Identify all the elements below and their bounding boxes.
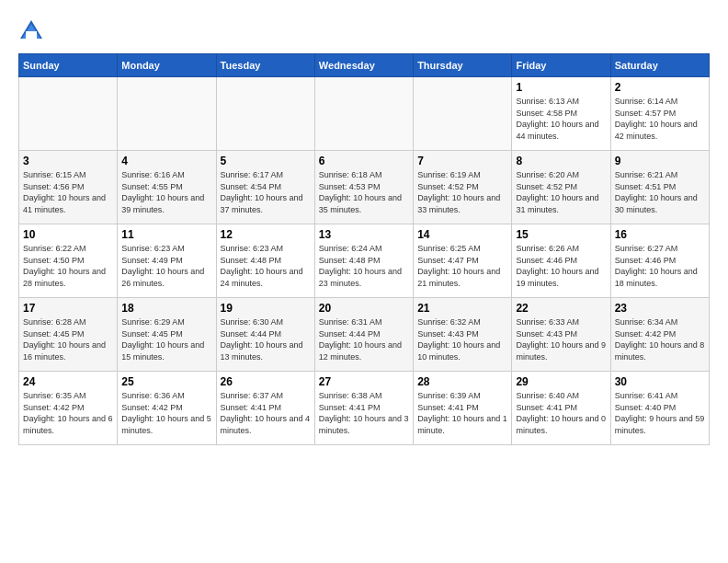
day-number: 12 xyxy=(221,228,311,241)
calendar-cell: 6Sunrise: 6:18 AM Sunset: 4:53 PM Daylig… xyxy=(314,151,413,224)
calendar-cell: 1Sunrise: 6:13 AM Sunset: 4:58 PM Daylig… xyxy=(512,77,610,151)
day-number: 9 xyxy=(615,155,705,167)
day-info: Sunrise: 6:23 AM Sunset: 4:48 PM Dayligh… xyxy=(221,243,311,289)
day-number: 24 xyxy=(23,375,113,388)
weekday-header-sunday: Sunday xyxy=(19,54,118,77)
day-info: Sunrise: 6:28 AM Sunset: 4:45 PM Dayligh… xyxy=(23,316,113,362)
day-number: 5 xyxy=(221,155,311,167)
day-number: 21 xyxy=(417,302,507,315)
day-number: 19 xyxy=(221,302,311,315)
day-info: Sunrise: 6:23 AM Sunset: 4:49 PM Dayligh… xyxy=(121,243,211,289)
day-number: 25 xyxy=(121,375,211,388)
day-info: Sunrise: 6:27 AM Sunset: 4:46 PM Dayligh… xyxy=(615,243,705,289)
calendar-cell: 2Sunrise: 6:14 AM Sunset: 4:57 PM Daylig… xyxy=(610,77,709,151)
day-number: 13 xyxy=(319,228,409,241)
day-number: 10 xyxy=(23,228,113,241)
day-number: 17 xyxy=(23,302,113,315)
svg-rect-2 xyxy=(26,31,37,39)
calendar-cell: 8Sunrise: 6:20 AM Sunset: 4:52 PM Daylig… xyxy=(512,151,610,224)
week-row-1: 1Sunrise: 6:13 AM Sunset: 4:58 PM Daylig… xyxy=(19,77,710,151)
calendar-cell: 21Sunrise: 6:32 AM Sunset: 4:43 PM Dayli… xyxy=(414,298,512,372)
day-info: Sunrise: 6:26 AM Sunset: 4:46 PM Dayligh… xyxy=(516,243,606,289)
day-info: Sunrise: 6:18 AM Sunset: 4:53 PM Dayligh… xyxy=(319,169,409,215)
calendar-cell: 19Sunrise: 6:30 AM Sunset: 4:44 PM Dayli… xyxy=(216,298,314,372)
day-info: Sunrise: 6:39 AM Sunset: 4:41 PM Dayligh… xyxy=(417,390,507,436)
day-info: Sunrise: 6:40 AM Sunset: 4:41 PM Dayligh… xyxy=(516,390,606,436)
calendar-cell: 15Sunrise: 6:26 AM Sunset: 4:46 PM Dayli… xyxy=(512,224,610,298)
week-row-2: 3Sunrise: 6:15 AM Sunset: 4:56 PM Daylig… xyxy=(19,151,710,224)
week-row-3: 10Sunrise: 6:22 AM Sunset: 4:50 PM Dayli… xyxy=(19,224,710,298)
calendar-cell: 27Sunrise: 6:38 AM Sunset: 4:41 PM Dayli… xyxy=(314,372,413,445)
day-number: 20 xyxy=(319,302,409,315)
calendar-cell: 30Sunrise: 6:41 AM Sunset: 4:40 PM Dayli… xyxy=(610,372,709,445)
calendar-cell: 12Sunrise: 6:23 AM Sunset: 4:48 PM Dayli… xyxy=(216,224,314,298)
calendar-cell: 22Sunrise: 6:33 AM Sunset: 4:43 PM Dayli… xyxy=(512,298,610,372)
day-number: 7 xyxy=(417,155,507,167)
calendar-cell xyxy=(19,77,118,151)
day-info: Sunrise: 6:19 AM Sunset: 4:52 PM Dayligh… xyxy=(417,169,507,215)
calendar-table: SundayMondayTuesdayWednesdayThursdayFrid… xyxy=(18,53,710,445)
calendar-cell: 10Sunrise: 6:22 AM Sunset: 4:50 PM Dayli… xyxy=(19,224,118,298)
calendar-cell xyxy=(216,77,314,151)
day-info: Sunrise: 6:29 AM Sunset: 4:45 PM Dayligh… xyxy=(121,316,211,362)
day-info: Sunrise: 6:31 AM Sunset: 4:44 PM Dayligh… xyxy=(319,316,409,362)
day-info: Sunrise: 6:37 AM Sunset: 4:41 PM Dayligh… xyxy=(221,390,311,436)
calendar-cell: 25Sunrise: 6:36 AM Sunset: 4:42 PM Dayli… xyxy=(118,372,216,445)
calendar-cell: 16Sunrise: 6:27 AM Sunset: 4:46 PM Dayli… xyxy=(610,224,709,298)
day-number: 11 xyxy=(121,228,211,241)
weekday-header-monday: Monday xyxy=(118,54,216,77)
calendar-cell: 9Sunrise: 6:21 AM Sunset: 4:51 PM Daylig… xyxy=(610,151,709,224)
calendar-cell: 7Sunrise: 6:19 AM Sunset: 4:52 PM Daylig… xyxy=(414,151,512,224)
day-info: Sunrise: 6:21 AM Sunset: 4:51 PM Dayligh… xyxy=(615,169,705,215)
calendar-cell: 17Sunrise: 6:28 AM Sunset: 4:45 PM Dayli… xyxy=(19,298,118,372)
calendar-cell: 24Sunrise: 6:35 AM Sunset: 4:42 PM Dayli… xyxy=(19,372,118,445)
day-info: Sunrise: 6:38 AM Sunset: 4:41 PM Dayligh… xyxy=(319,390,409,436)
day-number: 3 xyxy=(23,155,113,167)
weekday-header-wednesday: Wednesday xyxy=(314,54,413,77)
day-info: Sunrise: 6:35 AM Sunset: 4:42 PM Dayligh… xyxy=(23,390,113,436)
day-info: Sunrise: 6:13 AM Sunset: 4:58 PM Dayligh… xyxy=(516,96,606,142)
calendar-cell: 11Sunrise: 6:23 AM Sunset: 4:49 PM Dayli… xyxy=(118,224,216,298)
calendar-cell: 26Sunrise: 6:37 AM Sunset: 4:41 PM Dayli… xyxy=(216,372,314,445)
day-info: Sunrise: 6:36 AM Sunset: 4:42 PM Dayligh… xyxy=(121,390,211,436)
day-info: Sunrise: 6:24 AM Sunset: 4:48 PM Dayligh… xyxy=(319,243,409,289)
day-number: 30 xyxy=(615,375,705,388)
calendar-cell: 29Sunrise: 6:40 AM Sunset: 4:41 PM Dayli… xyxy=(512,372,610,445)
day-info: Sunrise: 6:33 AM Sunset: 4:43 PM Dayligh… xyxy=(516,316,606,362)
calendar-cell xyxy=(414,77,512,151)
day-number: 27 xyxy=(319,375,409,388)
calendar-cell: 4Sunrise: 6:16 AM Sunset: 4:55 PM Daylig… xyxy=(118,151,216,224)
calendar-cell: 28Sunrise: 6:39 AM Sunset: 4:41 PM Dayli… xyxy=(414,372,512,445)
week-row-4: 17Sunrise: 6:28 AM Sunset: 4:45 PM Dayli… xyxy=(19,298,710,372)
day-info: Sunrise: 6:16 AM Sunset: 4:55 PM Dayligh… xyxy=(121,169,211,215)
day-number: 26 xyxy=(221,375,311,388)
day-info: Sunrise: 6:17 AM Sunset: 4:54 PM Dayligh… xyxy=(221,169,311,215)
day-number: 16 xyxy=(615,228,705,241)
calendar-cell: 13Sunrise: 6:24 AM Sunset: 4:48 PM Dayli… xyxy=(314,224,413,298)
calendar-cell: 14Sunrise: 6:25 AM Sunset: 4:47 PM Dayli… xyxy=(414,224,512,298)
logo xyxy=(18,18,48,44)
calendar-cell xyxy=(314,77,413,151)
day-info: Sunrise: 6:25 AM Sunset: 4:47 PM Dayligh… xyxy=(417,243,507,289)
day-info: Sunrise: 6:14 AM Sunset: 4:57 PM Dayligh… xyxy=(615,96,705,142)
weekday-header-friday: Friday xyxy=(512,54,610,77)
day-number: 28 xyxy=(417,375,507,388)
calendar-cell xyxy=(118,77,216,151)
day-number: 29 xyxy=(516,375,606,388)
day-number: 2 xyxy=(615,81,705,94)
weekday-header-saturday: Saturday xyxy=(610,54,709,77)
page-header xyxy=(18,18,710,44)
day-number: 8 xyxy=(516,155,606,167)
weekday-header-thursday: Thursday xyxy=(414,54,512,77)
day-info: Sunrise: 6:41 AM Sunset: 4:40 PM Dayligh… xyxy=(615,390,705,436)
day-number: 18 xyxy=(121,302,211,315)
day-info: Sunrise: 6:22 AM Sunset: 4:50 PM Dayligh… xyxy=(23,243,113,289)
calendar-cell: 23Sunrise: 6:34 AM Sunset: 4:42 PM Dayli… xyxy=(610,298,709,372)
day-number: 4 xyxy=(121,155,211,167)
week-row-5: 24Sunrise: 6:35 AM Sunset: 4:42 PM Dayli… xyxy=(19,372,710,445)
day-number: 14 xyxy=(417,228,507,241)
day-number: 15 xyxy=(516,228,606,241)
calendar-cell: 3Sunrise: 6:15 AM Sunset: 4:56 PM Daylig… xyxy=(19,151,118,224)
weekday-header-row: SundayMondayTuesdayWednesdayThursdayFrid… xyxy=(19,54,710,77)
weekday-header-tuesday: Tuesday xyxy=(216,54,314,77)
